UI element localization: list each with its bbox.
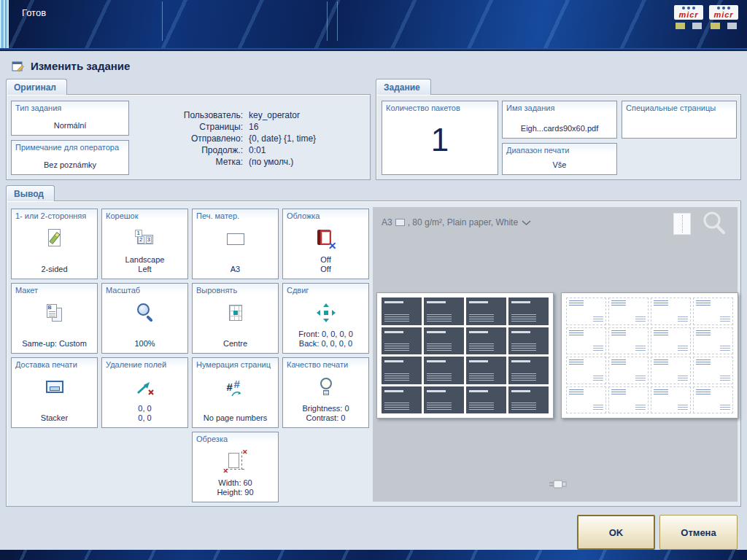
quality-icon [283, 374, 368, 400]
preview-card [608, 357, 649, 384]
preview-page-front [376, 292, 554, 419]
preview-card [651, 386, 691, 414]
preview-card [608, 386, 649, 414]
job-panel: Количество пакетов 1 Имя задания Eigh...… [376, 94, 741, 180]
output-tiles-grid: 1- или 2-сторонняя2-sidedКорешок231Lands… [11, 209, 369, 502]
page-numbering-tile[interactable]: Нумерация страниц##No page numbers [192, 357, 279, 428]
connector-icon [548, 478, 567, 491]
output-group-tab: Вывод [6, 185, 55, 201]
preview-card [424, 386, 464, 414]
preview-card [382, 357, 422, 384]
top-status-bar: Готов micr micr [0, 0, 747, 51]
preview-card [566, 357, 606, 384]
preview-card [466, 386, 506, 414]
duplex-icon [12, 225, 97, 252]
stacker-icon [12, 374, 97, 400]
preview-card [608, 298, 649, 325]
cancel-button[interactable]: Отмена [659, 515, 738, 550]
special-pages-tile[interactable]: Специальные страницы [622, 101, 737, 139]
media-size-label: A3 [382, 217, 392, 228]
info-row: Отправлено:{0, date} {1, time} [116, 133, 316, 144]
micr-logo: micr [709, 5, 738, 29]
brand-logos: micr micr [674, 5, 738, 29]
media-orientation-icon [395, 219, 405, 226]
screen: Готов micr micr Изменить задание Оригина… [0, 0, 747, 560]
job-name-tile[interactable]: Имя задания Eigh...cards90x60.pdf [502, 101, 617, 139]
statusbar-divider [337, 1, 338, 41]
preview-card [466, 357, 506, 384]
preview-card [651, 298, 691, 325]
margin-removal-tile[interactable]: Удаление полей0, 00, 0 [101, 357, 188, 428]
preview-page-back [561, 292, 738, 419]
print-quality-tile[interactable]: Качество печатиBrightness: 0Contrast: 0 [282, 357, 369, 428]
align-icon [193, 300, 278, 326]
original-group-tab: Оригинал [6, 79, 67, 95]
dialog-title: Изменить задание [31, 60, 130, 72]
output-panel: 1- или 2-сторонняя2-sidedКорешок231Lands… [6, 201, 741, 507]
ok-button[interactable]: OK [577, 515, 655, 550]
shift-tile[interactable]: СдвигFront: 0, 0, 0, 0Back: 0, 0, 0, 0 [282, 283, 369, 354]
media-icon [193, 225, 278, 252]
preview-card [424, 298, 464, 325]
statusbar-divider [327, 1, 328, 41]
job-group-tab: Задание [376, 79, 431, 95]
media-tile[interactable]: Печ. матер.A3 [192, 209, 279, 279]
media-description-label: , 80 g/m², Plain paper, White [408, 217, 518, 228]
operator-note-tile[interactable]: Примечание для оператора Bez poznámky [11, 140, 129, 175]
job-info-list: Пользователь:key_operatorСтраницы:16Отпр… [116, 109, 316, 168]
cover-icon: ✕ [283, 225, 368, 252]
preview-card [382, 327, 422, 355]
preview-card [424, 357, 464, 384]
bottom-bar [0, 550, 747, 560]
preview-card [651, 357, 691, 384]
binding-icon: 231 [102, 225, 187, 252]
preview-card [608, 327, 649, 355]
chevron-down-icon[interactable] [521, 219, 532, 226]
preview-card [508, 357, 549, 384]
sides-tile[interactable]: 1- или 2-сторонняя2-sided [11, 209, 98, 279]
preview-area: A3 , 80 g/m², Plain paper, White [373, 207, 738, 502]
printer-status: Готов [22, 7, 46, 18]
page-numbers-icon: ## [193, 374, 278, 400]
trim-icon: ✕✕ [193, 448, 278, 475]
micr-logo: micr [674, 5, 703, 29]
scale-icon [102, 300, 187, 326]
preview-card [382, 386, 422, 414]
preview-card [693, 357, 733, 384]
delivery-tile[interactable]: Доставка печатиStacker [11, 357, 98, 428]
trim-view-toggle-icon[interactable] [673, 213, 691, 235]
preview-card [566, 386, 606, 414]
preview-card [508, 327, 549, 355]
cover-tile[interactable]: Обложка✕OffOff [282, 209, 369, 279]
edit-job-icon [12, 61, 25, 72]
align-tile[interactable]: ВыровнятьCentre [192, 283, 279, 354]
preview-card [651, 327, 691, 355]
print-range-tile[interactable]: Диапазон печати Vše [502, 143, 617, 175]
copies-tile[interactable]: Количество пакетов 1 [382, 101, 498, 175]
job-name-value: Eigh...cards90x60.pdf [504, 124, 615, 133]
info-row: Продолж.:0:01 [116, 144, 316, 156]
zoom-preview-icon[interactable] [700, 209, 729, 238]
scale-tile[interactable]: Масштаб100% [101, 283, 188, 354]
job-type-tile[interactable]: Тип задания Normální [11, 101, 129, 136]
preview-card [466, 298, 506, 325]
edge-decoration [0, 0, 9, 51]
info-row: Метка:(по умолч.) [116, 156, 316, 168]
layout-icon [12, 300, 97, 326]
shift-icon [283, 300, 368, 326]
original-panel: Тип задания Normální Примечание для опер… [6, 94, 371, 180]
margin-strip-icon [102, 374, 187, 400]
preview-card [693, 386, 733, 414]
layout-tile[interactable]: МакетSame-up: Custom [11, 283, 98, 354]
copies-count: 1 [382, 122, 498, 158]
info-row: Пользователь:key_operator [116, 109, 316, 121]
trim-tile[interactable]: Обрезка✕✕Width: 60Height: 90 [192, 432, 279, 502]
binding-tile[interactable]: Корешок231LandscapeLeft [101, 209, 188, 279]
preview-card [466, 327, 506, 355]
preview-card [508, 386, 549, 414]
preview-card [382, 298, 422, 325]
info-row: Страницы:16 [116, 121, 316, 133]
statusbar-divider [162, 1, 163, 41]
preview-card [693, 298, 733, 325]
preview-card [424, 327, 464, 355]
